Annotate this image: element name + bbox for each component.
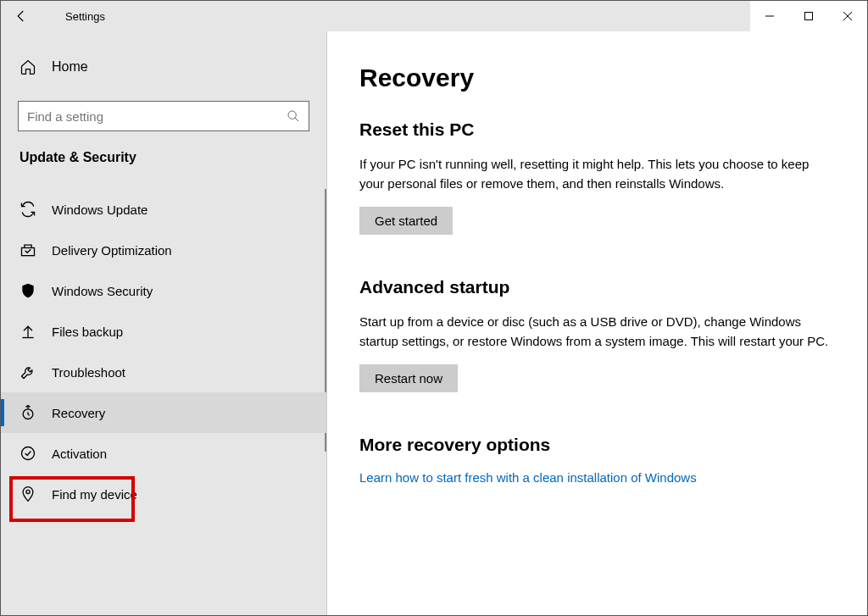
- section-title: Reset this PC: [359, 119, 835, 140]
- search-input[interactable]: [27, 109, 287, 124]
- app-title: Settings: [65, 10, 105, 23]
- sidebar: Home Update & Security Windows Update: [1, 31, 327, 615]
- svg-point-10: [22, 447, 35, 460]
- sidebar-item-windows-update[interactable]: Windows Update: [1, 189, 326, 230]
- section-title: Advanced startup: [359, 277, 835, 297]
- sidebar-category-title: Update & Security: [1, 150, 326, 179]
- svg-point-11: [26, 490, 30, 493]
- fresh-start-link[interactable]: Learn how to start fresh with a clean in…: [359, 470, 697, 485]
- section-title: More recovery options: [359, 435, 835, 455]
- get-started-button[interactable]: Get started: [359, 207, 453, 235]
- back-button[interactable]: [13, 8, 30, 25]
- sidebar-item-find-my-device[interactable]: Find my device: [1, 474, 326, 514]
- location-icon: [19, 486, 36, 502]
- section-body: Start up from a device or disc (such as …: [359, 313, 834, 351]
- sidebar-item-recovery[interactable]: Recovery: [1, 392, 326, 433]
- sidebar-item-label: Windows Security: [52, 284, 153, 298]
- page-title: Recovery: [359, 64, 835, 92]
- sidebar-item-label: Troubleshoot: [52, 365, 125, 380]
- sidebar-item-label: Find my device: [52, 487, 137, 502]
- restart-now-button[interactable]: Restart now: [359, 364, 458, 392]
- delivery-icon: [19, 241, 36, 258]
- backup-icon: [19, 323, 36, 340]
- recovery-icon: [19, 404, 36, 421]
- section-body: If your PC isn't running well, resetting…: [359, 155, 834, 193]
- search-icon: [287, 109, 300, 123]
- section-reset-pc: Reset this PC If your PC isn't running w…: [359, 119, 835, 235]
- sidebar-nav-list: Windows Update Delivery Optimization Win…: [1, 189, 326, 514]
- sidebar-item-label: Activation: [52, 447, 107, 461]
- sidebar-home[interactable]: Home: [1, 48, 326, 86]
- minimize-button[interactable]: [750, 1, 789, 31]
- sidebar-item-activation[interactable]: Activation: [1, 433, 326, 474]
- sidebar-item-label: Recovery: [52, 406, 105, 420]
- home-icon: [19, 58, 36, 75]
- section-more-recovery: More recovery options Learn how to start…: [359, 435, 835, 485]
- search-box[interactable]: [18, 101, 309, 131]
- sidebar-item-delivery-optimization[interactable]: Delivery Optimization: [1, 230, 326, 270]
- sidebar-item-windows-security[interactable]: Windows Security: [1, 270, 326, 311]
- check-circle-icon: [19, 445, 36, 462]
- sidebar-item-label: Windows Update: [52, 203, 147, 217]
- sidebar-item-files-backup[interactable]: Files backup: [1, 311, 326, 352]
- section-advanced-startup: Advanced startup Start up from a device …: [359, 277, 835, 392]
- sidebar-home-label: Home: [52, 59, 88, 75]
- shield-icon: [19, 282, 36, 299]
- svg-line-5: [295, 118, 298, 121]
- close-button[interactable]: [828, 1, 867, 31]
- sidebar-item-troubleshoot[interactable]: Troubleshoot: [1, 352, 326, 392]
- main-panel: Recovery Reset this PC If your PC isn't …: [327, 31, 867, 615]
- maximize-button[interactable]: [789, 1, 828, 31]
- sidebar-item-label: Files backup: [52, 325, 123, 339]
- sync-icon: [19, 201, 36, 218]
- sidebar-item-label: Delivery Optimization: [52, 243, 172, 258]
- svg-rect-1: [805, 13, 813, 20]
- wrench-icon: [19, 363, 36, 380]
- svg-point-4: [288, 111, 296, 119]
